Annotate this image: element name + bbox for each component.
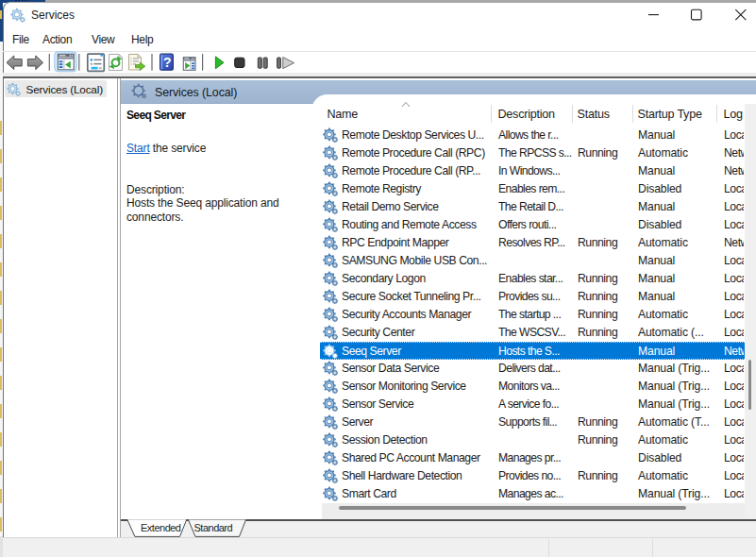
svg-text:?: ? — [163, 55, 172, 70]
